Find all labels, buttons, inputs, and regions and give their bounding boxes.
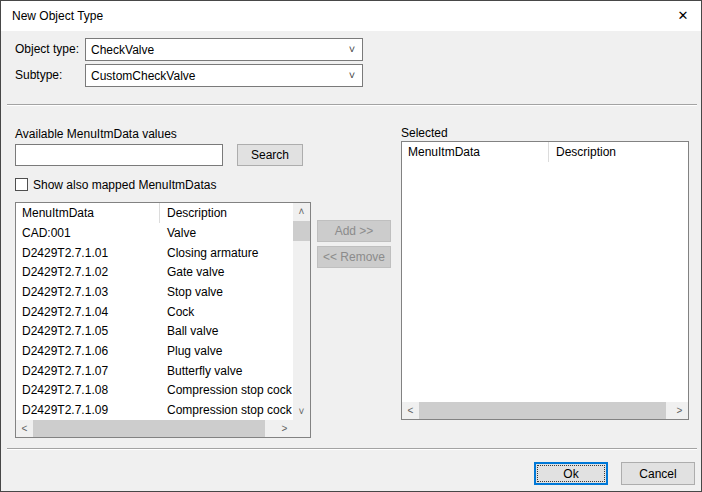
scroll-right-icon[interactable]: ˃ [671, 402, 688, 419]
cell-menuitmdata: D2429T2.7.1.07 [16, 364, 160, 378]
list-item[interactable]: D2429T2.7.1.02 Gate valve [16, 262, 310, 282]
cell-menuitmdata: D2429T2.7.1.02 [16, 265, 160, 279]
cell-menuitmdata: D2429T2.7.1.03 [16, 285, 160, 299]
object-type-label: Object type: [15, 42, 79, 56]
show-mapped-checkbox[interactable] [15, 178, 28, 191]
cell-description: Ball valve [160, 324, 310, 338]
available-list[interactable]: MenuItmData Description CAD:001 Valve D2… [15, 202, 311, 438]
list-item[interactable]: D2429T2.7.1.09 Compression stop cock [16, 400, 310, 420]
cell-description: Plug valve [160, 344, 310, 358]
remove-button[interactable]: << Remove [317, 246, 391, 268]
list-item[interactable]: D2429T2.7.1.08 Compression stop cock [16, 381, 310, 401]
list-item[interactable]: D2429T2.7.1.04 Cock [16, 302, 310, 322]
scroll-left-icon[interactable]: ˂ [16, 420, 33, 437]
scroll-left-icon[interactable]: ˂ [402, 402, 419, 419]
column-header-menuitmdata[interactable]: MenuItmData [402, 142, 549, 162]
new-object-type-dialog: New Object Type ✕ Object type: CheckValv… [0, 0, 702, 492]
cell-description: Cock [160, 305, 310, 319]
show-mapped-checkbox-label[interactable]: Show also mapped MenuItmDatas [33, 178, 216, 192]
selected-label: Selected [401, 126, 448, 140]
scroll-right-icon[interactable]: ˃ [276, 420, 293, 437]
object-type-combobox[interactable]: CheckValve ˅ [85, 38, 363, 61]
vertical-scrollbar-thumb[interactable] [293, 221, 310, 241]
cell-menuitmdata: D2429T2.7.1.08 [16, 383, 160, 397]
bottom-separator [7, 448, 697, 450]
selected-list[interactable]: MenuItmData Description ˂ ˃ [401, 141, 689, 420]
search-input[interactable] [15, 144, 223, 166]
available-list-header: MenuItmData Description [16, 203, 293, 223]
list-item[interactable]: D2429T2.7.1.03 Stop valve [16, 282, 310, 302]
dialog-title: New Object Type [12, 1, 103, 31]
add-button[interactable]: Add >> [317, 220, 391, 242]
subtype-label: Subtype: [15, 68, 62, 82]
available-list-body[interactable]: CAD:001 Valve D2429T2.7.1.01 Closing arm… [16, 223, 310, 420]
list-item[interactable]: D2429T2.7.1.01 Closing armature [16, 243, 310, 263]
cell-menuitmdata: D2429T2.7.1.09 [16, 403, 160, 417]
scroll-down-icon[interactable]: ˅ [293, 403, 310, 420]
cell-description: Valve [160, 226, 310, 240]
scrollbar-corner [293, 420, 310, 437]
top-separator [7, 104, 697, 106]
chevron-down-icon[interactable]: ˅ [342, 65, 362, 86]
object-type-value: CheckValve [86, 43, 342, 57]
cell-description: Stop valve [160, 285, 310, 299]
subtype-combobox[interactable]: CustomCheckValve ˅ [85, 64, 363, 87]
horizontal-scrollbar[interactable]: ˂ ˃ [402, 402, 688, 419]
cancel-button[interactable]: Cancel [621, 462, 695, 485]
available-label: Available MenuItmData values [15, 127, 177, 141]
cell-description: Butterfly valve [160, 364, 310, 378]
vertical-scrollbar[interactable]: ˄ ˅ [293, 203, 310, 420]
list-item[interactable]: D2429T2.7.1.07 Butterfly valve [16, 361, 310, 381]
horizontal-scrollbar-thumb[interactable] [419, 402, 666, 419]
subtype-value: CustomCheckValve [86, 69, 342, 83]
cell-description: Closing armature [160, 246, 310, 260]
cell-menuitmdata: D2429T2.7.1.01 [16, 246, 160, 260]
list-item[interactable]: D2429T2.7.1.06 Plug valve [16, 341, 310, 361]
scroll-up-icon[interactable]: ˄ [293, 203, 310, 220]
column-header-menuitmdata[interactable]: MenuItmData [16, 203, 160, 223]
column-header-description[interactable]: Description [549, 142, 688, 162]
cell-description: Compression stop cock [160, 403, 310, 417]
selected-list-header: MenuItmData Description [402, 142, 688, 162]
ok-button[interactable]: Ok [534, 462, 608, 485]
cell-menuitmdata: D2429T2.7.1.06 [16, 344, 160, 358]
search-button[interactable]: Search [237, 144, 303, 166]
cell-menuitmdata: CAD:001 [16, 226, 160, 240]
list-item[interactable]: D2429T2.7.1.05 Ball valve [16, 321, 310, 341]
horizontal-scrollbar-thumb[interactable] [33, 420, 265, 437]
cell-description: Gate valve [160, 265, 310, 279]
cell-description: Compression stop cock [160, 383, 310, 397]
titlebar: New Object Type ✕ [1, 1, 701, 31]
column-header-description[interactable]: Description [160, 203, 293, 223]
chevron-down-icon[interactable]: ˅ [342, 39, 362, 60]
list-item[interactable]: CAD:001 Valve [16, 223, 310, 243]
close-icon[interactable]: ✕ [665, 1, 701, 31]
selected-list-body[interactable] [402, 162, 688, 402]
cell-menuitmdata: D2429T2.7.1.05 [16, 324, 160, 338]
cell-menuitmdata: D2429T2.7.1.04 [16, 305, 160, 319]
horizontal-scrollbar[interactable]: ˂ ˃ [16, 420, 293, 437]
